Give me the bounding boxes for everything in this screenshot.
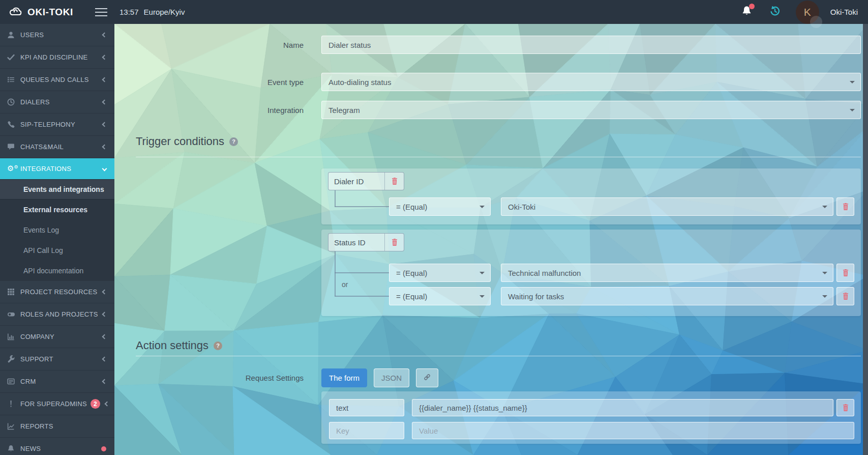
name-input[interactable] [321,36,861,54]
condition-row: = (Equal) Waiting for tasks [389,287,854,305]
avatar-badge [810,16,822,28]
bell-icon [7,445,20,452]
history-button[interactable] [769,6,781,19]
caret-down-icon [822,206,827,208]
sidebar-item-users[interactable]: USERS [0,24,114,46]
sidebar-item-label: DIALERS [20,98,103,106]
sidebar-item-chats[interactable]: CHATS&MAIL [0,136,114,158]
superadmins-badge: 2 [91,399,100,409]
sidebar-item-news[interactable]: NEWS [0,438,114,455]
operator-value: = (Equal) [396,203,427,211]
history-icon [769,10,781,18]
delete-condition-button[interactable] [836,287,854,305]
help-icon[interactable]: ? [229,137,238,146]
value-select[interactable]: Waiting for tasks [501,287,833,305]
chevron-left-icon [102,334,107,339]
name-row: Name [114,36,868,54]
caret-down-icon [850,81,855,83]
brand-logo[interactable]: OKI-TOKI [8,6,73,19]
value-select[interactable]: Oki-Toki [501,197,833,216]
sidebar-item-dialers[interactable]: DIALERS [0,91,114,113]
condition-row: = (Equal) Technical malfunction [389,264,854,282]
sidebar-item-integrations[interactable]: ⚙⚙ INTEGRATIONS [0,158,114,179]
param-value-input[interactable] [412,422,854,439]
submenu-item-api-documentation[interactable]: API documentation [0,261,114,281]
chevron-left-icon [102,290,107,295]
account-name[interactable]: Oki-Toki [830,8,858,16]
condition-field-box[interactable]: Dialer ID [328,172,404,190]
tab-json[interactable]: JSON [374,368,409,387]
sidebar-item-reports[interactable]: REPORTS [0,415,114,438]
submenu-item-events-log[interactable]: Events Log [0,220,114,240]
chevron-left-icon [104,402,109,407]
tab-the-form[interactable]: The form [321,368,367,387]
sidebar-item-label: NEWS [20,445,97,452]
sidebar-item-roles[interactable]: ROLES AND PROJECTS [0,303,114,326]
phone-icon [7,121,20,128]
sidebar-item-queues[interactable]: QUEUES AND CALLS [0,69,114,91]
connector-line [335,251,336,296]
sidebar-item-sip[interactable]: SIP-TELEPHONY [0,113,114,136]
top-header: OKI-TOKI 13:57 Europe/Kyiv K [0,0,868,24]
submenu-item-external-resources[interactable]: External resources [0,200,114,220]
condition-field-box[interactable]: Status ID [328,233,404,251]
sidebar-item-label: CRM [20,378,103,385]
delete-param-button[interactable] [836,399,854,416]
submenu-item-api-call-log[interactable]: API Call Log [0,240,114,261]
integration-select[interactable]: Telegram [321,101,861,119]
chevron-left-icon [102,77,107,82]
chevron-down-icon [102,166,107,171]
sidebar-item-label: SUPPORT [20,355,103,363]
avatar[interactable]: K [796,1,819,24]
delete-condition-button[interactable] [836,197,854,216]
param-key-input[interactable] [329,399,404,416]
operator-select[interactable]: = (Equal) [389,287,491,305]
sidebar-item-project-resources[interactable]: PROJECT RESOURCES [0,281,114,303]
value-select[interactable]: Technical malfunction [501,264,833,282]
sidebar-item-support[interactable]: SUPPORT [0,348,114,371]
delete-condition-button[interactable] [836,264,854,282]
submenu-label: API Call Log [23,246,63,254]
exclamation-icon [7,400,20,408]
param-key-input[interactable] [329,422,404,439]
param-value-input[interactable] [412,399,833,416]
chevron-left-icon [102,55,107,60]
sidebar-item-label: CHATS&MAIL [20,143,103,151]
caret-down-icon [822,272,827,274]
sidebar-item-crm[interactable]: CRM [0,371,114,393]
gears-icon: ⚙⚙ [7,165,20,173]
timezone: Europe/Kyiv [144,8,185,16]
chevron-left-icon [102,312,107,317]
operator-select[interactable]: = (Equal) [389,197,491,216]
condition-value: Technical malfunction [508,269,581,277]
scrollbar[interactable] [863,24,868,455]
delete-group-button[interactable] [384,173,404,190]
operator-select[interactable]: = (Equal) [389,264,491,282]
section-divider [136,356,861,356]
chevron-left-icon [102,122,107,127]
sidebar-item-kpi[interactable]: KPI AND DISCIPLINE [0,46,114,69]
sidebar-item-label: REPORTS [20,422,106,430]
bar-chart-icon [7,333,20,340]
param-row [329,422,854,439]
notifications-button[interactable] [741,6,752,18]
chevron-left-icon [102,379,107,384]
help-icon[interactable]: ? [214,342,222,350]
delete-group-button[interactable] [384,234,404,251]
sidebar-item-superadmins[interactable]: FOR SUPERADMINS 2 [0,393,114,415]
request-settings-row: Request Settings The form JSON [114,368,868,387]
link-icon [423,373,431,383]
submenu-item-events-and-integrations[interactable]: Events and integrations [0,179,114,200]
event-type-select[interactable]: Auto-dialing status [321,73,861,91]
sidebar-item-company[interactable]: COMPANY [0,326,114,348]
sidebar-item-label: SIP-TELEPHONY [20,121,103,128]
news-dot [101,446,106,451]
header-actions: K Oki-Toki [741,1,858,24]
toggle-icon [7,310,20,318]
condition-field-name: Status ID [328,234,384,251]
menu-toggle-icon[interactable] [95,8,107,16]
link-button[interactable] [416,368,438,387]
sidebar-item-label: QUEUES AND CALLS [20,76,103,83]
user-icon [7,31,20,39]
connector-line [335,190,336,207]
